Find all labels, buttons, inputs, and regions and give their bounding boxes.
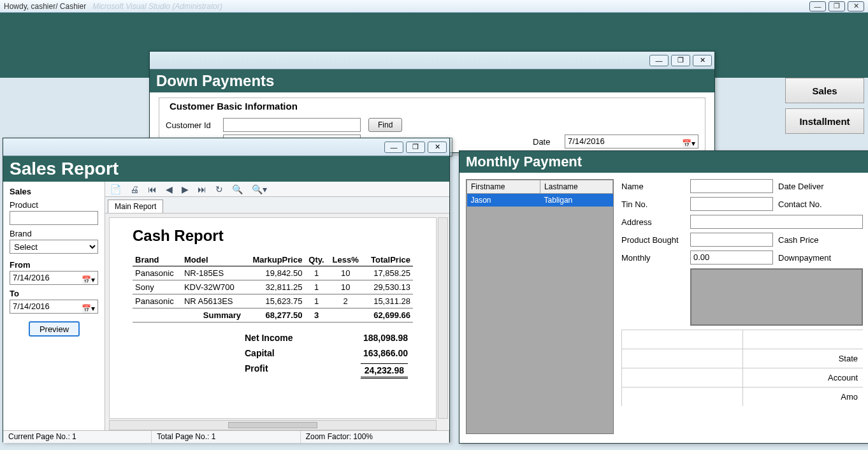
app-titlebar: Howdy, cashier/ Cashier Microsoft Visual… (0, 0, 868, 13)
capital-value: 163,866.00 (363, 348, 408, 358)
sales-button[interactable]: Sales (785, 78, 864, 103)
col-qty: Qty. (305, 254, 328, 266)
last-page-icon[interactable]: ⏭ (198, 184, 206, 194)
summary-qty: 3 (305, 308, 328, 323)
sr-report-title: Cash Report (133, 227, 413, 245)
sr-to-value: 7/14/2016 (13, 301, 50, 311)
mp-form: Name Date Deliver Tin No. Contact No. Ad… (621, 179, 863, 434)
mp-down-label: Downpayment (778, 253, 842, 263)
find-icon[interactable]: 🔍 (232, 184, 243, 194)
sr-status-zoom: Zoom Factor: 100% (301, 431, 449, 443)
sr-from-label: From (10, 260, 98, 270)
monthly-payment-window: Monthly Payment Firstname Lastname Jason… (459, 150, 868, 444)
sales-report-window: — ❐ ✕ Sales Report Sales Product Brand S… (3, 138, 450, 442)
profit-label: Profit (245, 363, 268, 379)
mp-tin-input[interactable] (690, 197, 773, 211)
sr-from-date[interactable]: 7/14/2016 📅▾ (10, 271, 98, 285)
dp-group-title: Customer Basic Information (167, 101, 300, 112)
dp-close-button[interactable]: ✕ (693, 55, 712, 66)
table-row: PanasonicNR-185ES19,842.5011017,858.25 (133, 266, 413, 280)
sr-to-date[interactable]: 7/14/2016 📅▾ (10, 300, 98, 314)
sr-main-report-tab[interactable]: Main Report (108, 200, 163, 213)
sr-preview-button[interactable]: Preview (29, 321, 80, 337)
sr-brand-select[interactable]: Select (10, 240, 98, 254)
dp-heading: Down Payments (150, 69, 714, 92)
net-income-value: 188,098.98 (363, 333, 408, 343)
dp-date-label: Date (533, 137, 565, 147)
dp-minimize-button[interactable]: — (649, 55, 669, 66)
dp-find-button[interactable]: Find (368, 118, 402, 132)
summary-markup: 68,277.50 (243, 308, 305, 323)
col-total: TotalPrice (363, 254, 413, 266)
mp-schedule-grid[interactable] (690, 268, 863, 326)
sr-to-label: To (10, 289, 98, 298)
sr-maximize-button[interactable]: ❐ (406, 142, 425, 153)
installment-button[interactable]: Installment (785, 108, 864, 134)
mp-col-firstname: Firstname (467, 180, 540, 194)
mp-monthly-input[interactable]: 0.00 (690, 250, 773, 265)
sr-product-label: Product (10, 200, 98, 210)
calendar-icon: 📅▾ (82, 273, 95, 286)
mp-date-deliver-label: Date Deliver (778, 182, 842, 191)
next-page-icon[interactable]: ▶ (182, 184, 189, 194)
mp-address-label: Address (621, 217, 685, 227)
dp-customer-id-input[interactable] (223, 118, 361, 132)
calendar-icon: 📅▾ (82, 302, 95, 315)
refresh-icon[interactable]: ↻ (215, 184, 223, 194)
app-maximize-button[interactable]: ❐ (828, 1, 845, 11)
sr-report-toolbar: 📄 🖨 ⏮ ◀ ▶ ⏭ ↻ 🔍 🔍▾ (105, 182, 449, 197)
sr-status-total: Total Page No.: 1 (152, 431, 300, 443)
col-brand: Brand (133, 254, 182, 266)
mp-product-label: Product Bought (621, 235, 685, 245)
sr-heading: Sales Report (3, 156, 449, 182)
net-income-label: Net Income (245, 333, 293, 343)
zoom-icon[interactable]: 🔍▾ (252, 184, 267, 194)
capital-label: Capital (245, 348, 275, 358)
dp-date-picker[interactable]: 7/14/2016 📅▾ (565, 134, 698, 149)
sr-vertical-scrollbar[interactable] (438, 217, 448, 419)
app-title: Howdy, cashier/ Cashier (4, 2, 86, 11)
sr-report-viewer: Cash Report Brand Model MarkupPrice Qty.… (105, 214, 449, 430)
summary-label: Summary (182, 308, 243, 323)
sr-from-value: 7/14/2016 (13, 273, 50, 282)
mp-name-input[interactable] (690, 179, 773, 193)
dp-maximize-button[interactable]: ❐ (671, 55, 690, 66)
mp-tin-label: Tin No. (621, 200, 685, 209)
sr-statusbar: Current Page No.: 1 Total Page No.: 1 Zo… (3, 430, 449, 443)
app-minimize-button[interactable]: — (809, 1, 826, 11)
sr-totals: Net Income 188,098.98 Capital 163,866.00… (245, 330, 413, 381)
mp-monthly-value: 0.00 (693, 252, 709, 262)
mp-state-label: State (742, 349, 864, 368)
mp-account-label: Account (742, 368, 864, 387)
table-row: PanasonicNR A5613ES15,623.751215,311.28 (133, 294, 413, 308)
sr-status-page: Current Page No.: 1 (3, 431, 152, 443)
dp-customer-id-label: Customer Id (166, 120, 223, 130)
summary-total: 62,699.66 (363, 308, 413, 323)
mp-customer-grid[interactable]: Firstname Lastname JasonTabligan (466, 179, 614, 434)
sr-report-table: Brand Model MarkupPrice Qty. Less% Total… (133, 254, 413, 323)
mp-address-input[interactable] (690, 215, 863, 229)
print-icon[interactable]: 🖨 (130, 184, 139, 194)
sr-brand-label: Brand (10, 229, 98, 238)
sr-minimize-button[interactable]: — (384, 142, 403, 153)
table-row: SonyKDV-32W70032,811.2511029,530.13 (133, 280, 413, 294)
app-close-button[interactable]: ✕ (848, 1, 864, 11)
calendar-icon: 📅▾ (682, 137, 695, 150)
sr-product-input[interactable] (10, 211, 98, 225)
mp-contact-label: Contact No. (778, 200, 842, 209)
prev-page-icon[interactable]: ◀ (166, 184, 173, 194)
dp-date-value: 7/14/2016 (568, 136, 605, 146)
sr-filter-panel: Sales Product Brand Select From 7/14/201… (3, 182, 105, 430)
mp-product-input[interactable] (690, 233, 773, 247)
mp-lower-grid: State Account Amo (621, 330, 863, 406)
first-page-icon[interactable]: ⏮ (148, 184, 157, 194)
col-less: Less% (328, 254, 363, 266)
mp-col-lastname: Lastname (540, 180, 613, 194)
table-row[interactable]: JasonTabligan (467, 194, 613, 207)
sr-horizontal-scrollbar[interactable] (109, 420, 437, 430)
col-markup: MarkupPrice (243, 254, 305, 266)
col-model: Model (182, 254, 243, 266)
mp-cashprice-label: Cash Price (778, 235, 842, 245)
export-icon[interactable]: 📄 (110, 184, 121, 194)
sr-close-button[interactable]: ✕ (428, 142, 447, 153)
